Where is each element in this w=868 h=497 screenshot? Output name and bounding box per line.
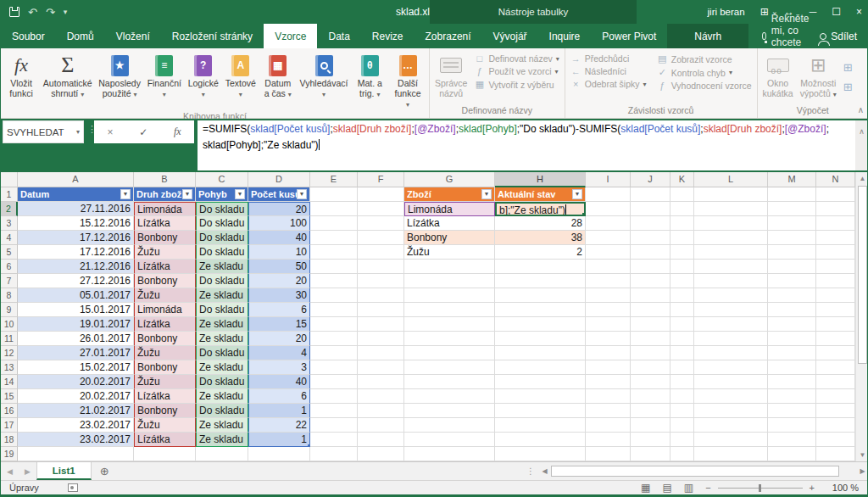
column-header-G[interactable]: G (404, 172, 495, 187)
row-header-13[interactable]: 13 (1, 360, 18, 375)
cell-N1[interactable] (816, 187, 855, 202)
formula-bar-collapse-icon[interactable]: ∧ (855, 120, 868, 170)
cell-D10[interactable]: 15 (248, 317, 310, 332)
cell-A10[interactable]: 19.01.2017 (18, 317, 134, 332)
cell-J5[interactable] (631, 245, 670, 260)
cell-M7[interactable] (768, 274, 816, 288)
cell-A18[interactable]: 23.02.2017 (18, 433, 134, 447)
worksheet-grid[interactable]: ABCDEFGHIJKLMN1Datum▼Druh zboží▼Pohyb▼Po… (1, 172, 855, 461)
cell-G13[interactable] (404, 360, 495, 375)
cell-D2[interactable]: 20 (248, 202, 310, 216)
cell-I7[interactable] (586, 274, 631, 288)
cell-B16[interactable]: Bonbony (134, 404, 196, 418)
cell-B12[interactable]: Žužu (134, 346, 196, 360)
row-header-15[interactable]: 15 (1, 389, 18, 404)
column-header-K[interactable]: K (670, 172, 694, 187)
cell-G14[interactable] (404, 375, 495, 389)
cell-H17[interactable] (495, 418, 586, 433)
cell-K18[interactable] (670, 433, 694, 447)
cell-N19[interactable] (816, 447, 855, 461)
cell-L7[interactable] (694, 274, 768, 288)
horizontal-scroll-thumb[interactable] (551, 466, 839, 477)
watch-window-button[interactable]: Oknokukátka (760, 50, 797, 104)
definovat-n-zev-button[interactable]: □Definovat název▾ (474, 53, 559, 64)
cell-B5[interactable]: Žužu (134, 245, 196, 260)
cell-K5[interactable] (670, 245, 694, 260)
cell-H7[interactable] (495, 274, 586, 288)
row-header-11[interactable]: 11 (1, 332, 18, 346)
cell-E1[interactable] (310, 187, 358, 202)
cell-M4[interactable] (768, 231, 816, 245)
cell-F2[interactable] (358, 202, 404, 216)
cell-E16[interactable] (310, 404, 358, 418)
cell-B2[interactable]: Limonáda (134, 202, 196, 216)
row-header-7[interactable]: 7 (1, 274, 18, 288)
cell-A16[interactable]: 21.02.2017 (18, 404, 134, 418)
cell-J18[interactable] (631, 433, 670, 447)
cell-E19[interactable] (310, 447, 358, 461)
filter-dropdown-icon[interactable]: ▼ (572, 189, 582, 199)
cell-I15[interactable] (586, 389, 631, 404)
row-header-8[interactable]: 8 (1, 288, 18, 303)
cell-A5[interactable]: 17.12.2016 (18, 245, 134, 260)
cell-C17[interactable]: Ze skladu (196, 418, 248, 433)
cell-G8[interactable] (404, 288, 495, 303)
cell-D5[interactable]: 10 (248, 245, 310, 260)
financni-button[interactable]: ≡Finanční▾ (144, 50, 185, 110)
vyhledavaci-button[interactable]: Vyhledávací▾ (297, 50, 351, 110)
cell-K4[interactable] (670, 231, 694, 245)
cell-L8[interactable] (694, 288, 768, 303)
cell-L14[interactable] (694, 375, 768, 389)
cell-I4[interactable] (586, 231, 631, 245)
cell-A9[interactable]: 15.01.2017 (18, 303, 134, 317)
cell-L19[interactable] (694, 447, 768, 461)
cell-M11[interactable] (768, 332, 816, 346)
cell-G17[interactable] (404, 418, 495, 433)
cell-M15[interactable] (768, 389, 816, 404)
column-header-H[interactable]: H (495, 172, 586, 187)
cell-F9[interactable] (358, 303, 404, 317)
cell-M5[interactable] (768, 245, 816, 260)
row-header-16[interactable]: 16 (1, 404, 18, 418)
cell-E15[interactable] (310, 389, 358, 404)
cell-E8[interactable] (310, 288, 358, 303)
vlozit-funkci-button[interactable]: fxVložitfunkci (3, 50, 40, 110)
cell-F12[interactable] (358, 346, 404, 360)
cell-I16[interactable] (586, 404, 631, 418)
cell-N16[interactable] (816, 404, 855, 418)
cell-N10[interactable] (816, 317, 855, 332)
cell-G12[interactable] (404, 346, 495, 360)
row-header-17[interactable]: 17 (1, 418, 18, 433)
ribbon-tab-revize[interactable]: Revize (361, 24, 415, 48)
vyhodnocen-vzorce-button[interactable]: ƒVyhodnocení vzorce (657, 81, 752, 91)
cell-H16[interactable] (495, 404, 586, 418)
cell-G18[interactable] (404, 433, 495, 447)
column-header-F[interactable]: F (358, 172, 404, 187)
cell-F16[interactable] (358, 404, 404, 418)
datum-a-cas-button[interactable]: ▦Datuma čas ▾ (259, 50, 297, 110)
column-header-L[interactable]: L (694, 172, 768, 187)
cell-M16[interactable] (768, 404, 816, 418)
cell-J4[interactable] (631, 231, 670, 245)
cell-B14[interactable]: Žužu (134, 375, 196, 389)
cell-K9[interactable] (670, 303, 694, 317)
cell-C14[interactable]: Do skladu (196, 375, 248, 389)
cell-H9[interactable] (495, 303, 586, 317)
logicke-button[interactable]: ?Logické▾ (185, 50, 222, 110)
cell-E11[interactable] (310, 332, 358, 346)
cell-C5[interactable]: Do skladu (196, 245, 248, 260)
cell-B10[interactable]: Lízátka (134, 317, 196, 332)
cell-G5[interactable]: Žužu (404, 245, 495, 260)
cell-D9[interactable]: 6 (248, 303, 310, 317)
name-box-dropdown-icon[interactable]: ▾ (76, 128, 80, 136)
cell-M8[interactable] (768, 288, 816, 303)
cell-J7[interactable] (631, 274, 670, 288)
cell-G11[interactable] (404, 332, 495, 346)
undo-icon[interactable]: ↶ (28, 7, 37, 18)
zoom-in-icon[interactable]: + (810, 483, 815, 493)
cell-E6[interactable] (310, 260, 358, 274)
cell-A15[interactable]: 20.02.2017 (18, 389, 134, 404)
row-header-6[interactable]: 6 (1, 260, 18, 274)
cell-I12[interactable] (586, 346, 631, 360)
cell-L13[interactable] (694, 360, 768, 375)
